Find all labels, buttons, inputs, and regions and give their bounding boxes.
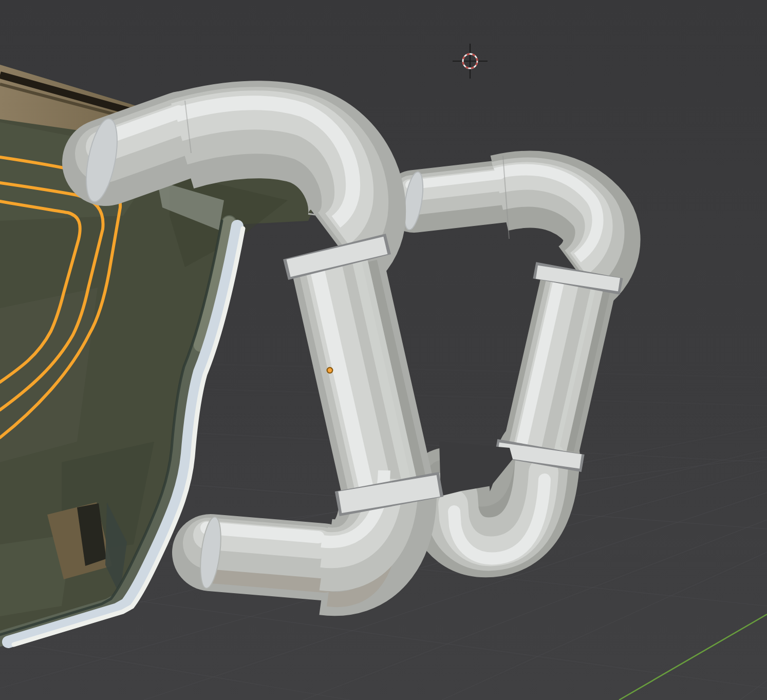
pipe-right-collar-bottom	[538, 448, 540, 463]
pipe-right-collar-top	[577, 272, 579, 285]
origin-dot[interactable]	[327, 367, 333, 374]
pipe-left-collar-bottom	[387, 483, 391, 505]
pipe-left-collar-top	[335, 248, 339, 266]
viewport-3d[interactable]	[0, 0, 767, 700]
